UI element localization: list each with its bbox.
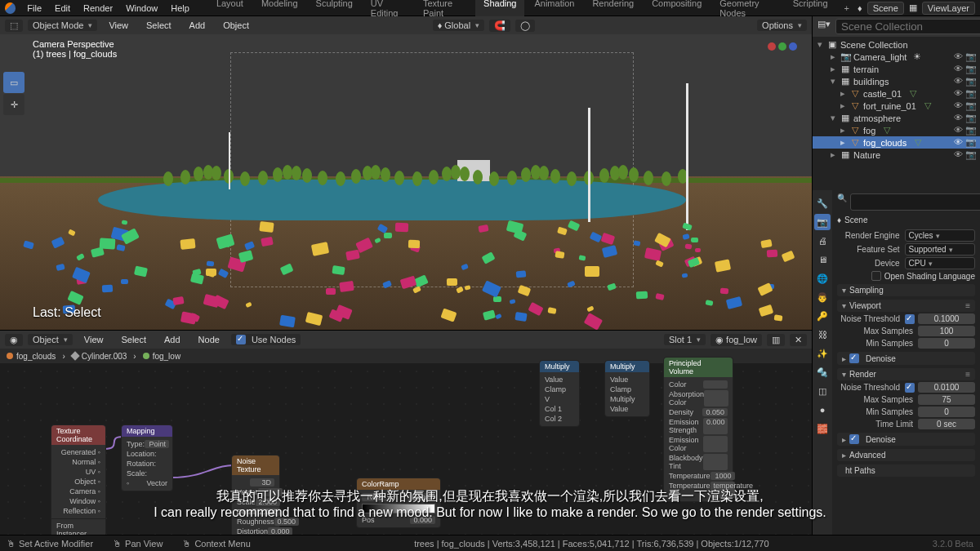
scene-stats: trees | fog_clouds | Verts:3,458,121 | F… xyxy=(414,539,768,549)
ne-menu-node[interactable]: Node xyxy=(192,335,226,344)
scene-breadcrumb: Scene xyxy=(844,216,867,224)
prop-tab-8[interactable]: ✨ xyxy=(814,345,831,362)
ne-menu-add[interactable]: Add xyxy=(158,335,187,344)
prop-tab-4[interactable]: 🌐 xyxy=(814,270,831,287)
node-noise-texture[interactable]: Noise Texture 3DVectorScale2.000Detail2.… xyxy=(231,455,280,540)
last-operator[interactable]: Last: Select xyxy=(33,305,101,320)
viewlayer-field[interactable]: ViewLayer xyxy=(922,2,975,15)
outliner-item-fog[interactable]: ▸▽fog▽👁📷 xyxy=(813,124,980,136)
prop-tab-5[interactable]: 👨 xyxy=(814,289,831,305)
osl-checkbox[interactable] xyxy=(871,271,881,281)
outliner[interactable]: ▾▣Scene Collection ▸📷Camera_light☀👁📷▸▦te… xyxy=(813,37,980,190)
vp-denoise-section[interactable]: ▸Denoise xyxy=(837,352,975,365)
node-mapping[interactable]: Mapping Type:Point Location:Rotation:Sca… xyxy=(121,424,173,491)
prop-tab-6[interactable]: 🔑 xyxy=(814,308,831,324)
ne-menu-select[interactable]: Select xyxy=(114,335,153,344)
device-dropdown[interactable]: CPU xyxy=(905,257,976,269)
editor-type-button[interactable]: ◉ xyxy=(5,334,23,346)
new-material-button[interactable]: ▥ xyxy=(767,334,785,346)
outliner-item-terrain[interactable]: ▸▦terrain👁📷 xyxy=(813,63,980,75)
menu-file[interactable]: File xyxy=(20,3,48,13)
vp-min-samples[interactable]: 0 xyxy=(918,338,975,349)
outliner-item-castle_01[interactable]: ▸▽castle_01▽👁📷 xyxy=(813,87,980,100)
ne-menu-view[interactable]: View xyxy=(78,335,110,344)
viewport-info: Camera Perspective (1) trees | fog_cloud… xyxy=(33,39,117,59)
light-paths-section[interactable]: ht Paths xyxy=(837,464,975,477)
prop-tab-0[interactable]: 🔧 xyxy=(814,195,831,211)
version-label: 3.2.0 Beta xyxy=(933,539,973,549)
viewport-header: ⬚ Object Mode ViewSelectAddObject ♦ Glob… xyxy=(0,16,812,34)
slot-dropdown[interactable]: Slot 1 xyxy=(664,334,706,345)
outliner-item-camera_light[interactable]: ▸📷Camera_light☀👁📷 xyxy=(813,51,980,63)
prop-tab-12[interactable]: 🧱 xyxy=(814,420,831,437)
unlink-material-button[interactable]: ✕ xyxy=(790,334,807,346)
advanced-section[interactable]: ▸Advanced xyxy=(837,449,975,461)
options-dropdown[interactable]: Options xyxy=(757,20,807,31)
nav-gizmo[interactable] xyxy=(768,42,797,51)
prop-tab-9[interactable]: 🔩 xyxy=(814,364,831,380)
hint-lmb: 🖱 Set Active Modifier xyxy=(7,539,93,549)
properties-search[interactable] xyxy=(850,193,980,211)
node-multiply-2[interactable]: Multiply ValueClampMultiplyValue xyxy=(604,360,650,417)
outliner-item-nature[interactable]: ▸▦Nature👁📷 xyxy=(813,149,980,161)
hint-rmb: 🖱 Context Menu xyxy=(182,539,250,549)
rn-min-samples[interactable]: 0 xyxy=(918,407,975,417)
rn-noise-value[interactable]: 0.0100 xyxy=(918,382,975,393)
outliner-search[interactable] xyxy=(835,19,980,34)
rn-noise-checkbox[interactable] xyxy=(905,383,915,393)
node-principled-volume[interactable]: Principled Volume ColorAbsorption ColorD… xyxy=(663,357,733,502)
prop-tab-1[interactable]: 📷 xyxy=(814,214,831,230)
menu-edit[interactable]: Edit xyxy=(48,3,77,13)
editor-type-button[interactable]: ⬚ xyxy=(5,20,23,32)
outliner-display-mode[interactable]: ▤▾ xyxy=(817,19,831,34)
use-nodes-toggle[interactable]: Use Nodes xyxy=(231,334,301,345)
proportional-edit-button[interactable]: ◯ xyxy=(515,20,535,32)
prop-tab-3[interactable]: 🖥 xyxy=(814,251,831,268)
vp-menu-view[interactable]: View xyxy=(102,20,135,30)
prop-tab-11[interactable]: ● xyxy=(814,402,831,418)
node-texture-coordinate[interactable]: Texture Coordinate Generated ◦Normal ◦UV… xyxy=(51,424,106,541)
scene-field[interactable]: Scene xyxy=(867,2,904,15)
menu-render[interactable]: Render xyxy=(77,3,119,13)
rn-denoise-section[interactable]: ▸Denoise xyxy=(837,433,975,446)
orientation-dropdown[interactable]: ♦ Global xyxy=(433,20,484,31)
render-engine-dropdown[interactable]: Cycles xyxy=(905,229,976,242)
render-sampling-section[interactable]: ▾Render≡ xyxy=(837,368,975,380)
node-color-ramp[interactable]: ColorRamp RGBLinear Pos0.000 xyxy=(356,478,441,528)
vp-menu-object[interactable]: Object xyxy=(216,20,256,30)
mode-dropdown[interactable]: Object Mode xyxy=(28,20,97,31)
prop-tab-10[interactable]: ◫ xyxy=(814,383,831,399)
material-field[interactable]: ◉ fog_low xyxy=(710,334,762,346)
status-bar: 🖱 Set Active Modifier 🖱 Pan View 🖱 Conte… xyxy=(0,535,980,551)
prop-tab-2[interactable]: 🖨 xyxy=(814,233,831,249)
vp-noise-checkbox[interactable] xyxy=(905,314,915,324)
select-tool[interactable]: ▭ xyxy=(3,72,24,93)
rn-max-samples[interactable]: 75 xyxy=(918,394,975,405)
shader-type-dropdown[interactable]: Object xyxy=(28,334,73,345)
menu-window[interactable]: Window xyxy=(119,3,164,13)
rn-time-limit[interactable]: 0 sec xyxy=(918,419,975,429)
shader-editor[interactable]: ◉ Object ViewSelectAddNode Use Nodes Slo… xyxy=(0,330,812,535)
outliner-item-fort_ruine_01[interactable]: ▸▽fort_ruine_01▽👁📷 xyxy=(813,100,980,112)
menu-help[interactable]: Help xyxy=(164,3,196,13)
vp-noise-value[interactable]: 0.1000 xyxy=(918,313,975,324)
outliner-item-fog_clouds[interactable]: ▸▽fog_clouds▽👁📷 xyxy=(813,136,980,149)
outliner-item-buildings[interactable]: ▾▦buildings👁📷 xyxy=(813,75,980,87)
hint-mmb: 🖱 Pan View xyxy=(113,539,163,549)
viewport-sampling-section[interactable]: ▾Viewport≡ xyxy=(837,300,975,312)
vp-menu-add[interactable]: Add xyxy=(183,20,212,30)
cursor-tool[interactable]: ✛ xyxy=(3,94,24,115)
viewport-3d[interactable]: ▭ ✛ Camera Perspective (1) trees | fog_c… xyxy=(0,34,812,330)
viewlayer-icon: ▦ xyxy=(909,2,917,13)
node-multiply-1[interactable]: Multiply ValueClampVCol 1Col 2 xyxy=(539,360,580,427)
snap-button[interactable]: 🧲 xyxy=(489,20,510,32)
vp-menu-select[interactable]: Select xyxy=(140,20,178,30)
sampling-section[interactable]: ▾Sampling xyxy=(837,284,975,296)
add-workspace-button[interactable]: + xyxy=(836,2,858,15)
vp-max-samples[interactable]: 100 xyxy=(918,326,975,336)
search-icon: 🔍 xyxy=(837,193,847,211)
blender-logo-icon xyxy=(5,2,16,14)
prop-tab-7[interactable]: ⛓ xyxy=(814,327,831,343)
outliner-item-atmosphere[interactable]: ▾▦atmosphere👁📷 xyxy=(813,112,980,124)
feature-set-dropdown[interactable]: Supported xyxy=(905,243,976,256)
